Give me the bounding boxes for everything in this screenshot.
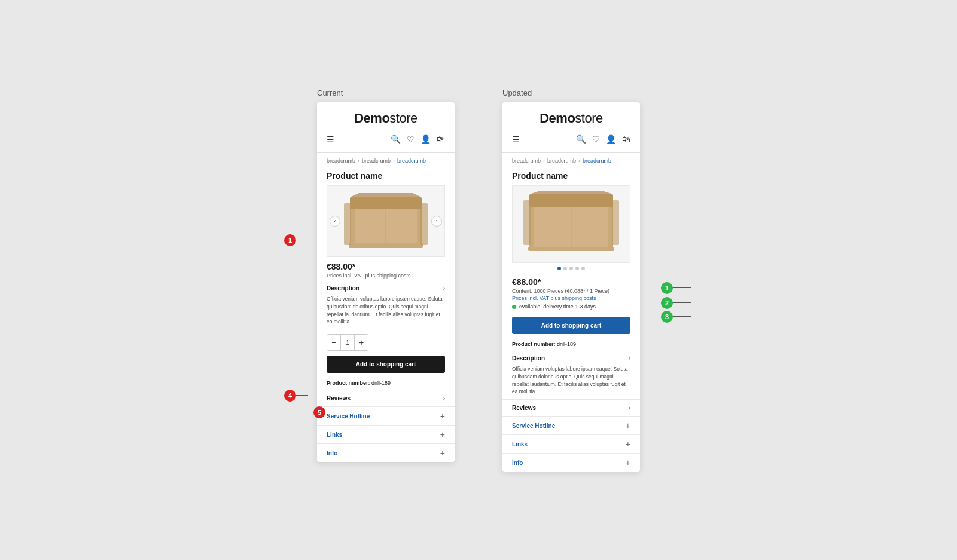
current-panel: Current Demostore ☰ 🔍 ♡ [317,88,455,462]
updated-shipping-link[interactable]: Prices incl. VAT plus shipping costs [512,295,630,301]
current-label: Current [317,88,343,97]
annotation-left-4: 4 [284,390,296,402]
svg-rect-4 [349,243,423,248]
updated-info-accordion[interactable]: Info + [502,453,640,472]
updated-availability: Available, delivery time 1-3 days [512,304,630,310]
updated-reviews-chevron-icon: › [629,405,630,411]
account-icon[interactable]: 👤 [420,134,431,144]
svg-rect-6 [420,203,428,245]
updated-phone-header: Demostore ☰ 🔍 ♡ 👤 🛍 [502,102,640,153]
updated-service-hotline-accordion[interactable]: Service Hotline + [502,416,640,434]
dot-5[interactable] [581,267,585,270]
updated-links-accordion[interactable]: Links + [502,434,640,453]
updated-product-title: Product name [502,169,640,185]
carousel-left-arrow[interactable]: ‹ [330,216,340,227]
desc-chevron-icon: › [443,285,445,292]
dot-4[interactable] [575,267,579,270]
updated-nav-bar: ☰ 🔍 ♡ 👤 🛍 [512,132,630,146]
updated-links-label: Links [512,441,528,448]
updated-breadcrumb: breadcrumb › breadcrumb › breadcrumb [502,153,640,169]
bc-item-2[interactable]: breadcrumb [362,158,391,164]
updated-add-to-cart-button[interactable]: Add to shopping cart [512,317,630,334]
current-desc-body: Officia veniam voluptas labore ipsam eaq… [327,295,445,326]
hamburger-icon[interactable]: ☰ [327,134,334,144]
updated-bc-item-2[interactable]: breadcrumb [547,158,576,164]
updated-desc-chevron-icon: › [629,355,630,362]
current-nav-bar: ☰ 🔍 ♡ 👤 🛍 [327,132,445,146]
current-links-accordion[interactable]: Links + [317,425,455,443]
current-product-image [332,188,440,254]
updated-service-hotline-plus-icon: + [626,421,630,430]
svg-rect-12 [528,247,614,251]
annotation-left-1: 1 [284,234,296,246]
updated-wishlist-icon[interactable]: ♡ [592,134,600,144]
search-icon[interactable]: 🔍 [391,134,401,144]
updated-links-plus-icon: + [626,440,630,448]
updated-desc-body: Officia veniam voluptas labore ipsam eaq… [512,365,630,396]
updated-content-info: Content: 1000 Pieces (€0.088* / 1 Piece) [512,288,630,294]
current-price: €88.00* [327,262,445,271]
qty-value: 1 [340,335,355,350]
updated-panel: Updated Demostore ☰ 🔍 ♡ 👤 [502,88,640,472]
bc-item-1[interactable]: breadcrumb [327,158,355,164]
current-breadcrumb: breadcrumb › breadcrumb › breadcrumb [317,153,455,169]
updated-product-image [514,188,628,260]
updated-phone-frame: Demostore ☰ 🔍 ♡ 👤 🛍 [502,102,640,472]
annotation-right-1: 1 [661,282,673,294]
current-price-section: €88.00* Prices incl. VAT plus shipping c… [317,257,455,281]
updated-info-plus-icon: + [626,458,630,467]
updated-hamburger-icon[interactable]: ☰ [512,134,520,144]
current-phone-wrapper: Demostore ☰ 🔍 ♡ 👤 🛍 [317,102,455,462]
updated-search-icon[interactable]: 🔍 [576,134,586,144]
svg-rect-1 [350,197,422,209]
svg-rect-14 [612,200,619,245]
qty-minus-button[interactable]: − [327,335,340,350]
updated-bc-item-3-active[interactable]: breadcrumb [583,158,611,164]
updated-product-number: Product number: drill-189 [502,339,640,351]
dot-2[interactable] [563,267,567,270]
current-links-label: Links [327,432,342,438]
updated-bc-item-1[interactable]: breadcrumb [512,158,541,164]
annotation-right-2: 2 [661,297,673,309]
current-service-hotline-label: Service Hotline [327,413,370,420]
dot-3[interactable] [569,267,573,270]
carousel-right-arrow[interactable]: › [431,216,442,227]
updated-reviews-section[interactable]: Reviews › [502,399,640,416]
current-service-hotline-accordion[interactable]: Service Hotline + [317,406,455,425]
current-links-plus-icon: + [440,430,445,439]
current-brand-logo: Demostore [327,111,445,126]
updated-service-hotline-label: Service Hotline [512,423,555,429]
updated-info-label: Info [512,460,523,466]
qty-plus-button[interactable]: + [355,335,368,350]
nav-icons-right: 🔍 ♡ 👤 🛍 [391,134,445,144]
wishlist-icon[interactable]: ♡ [407,134,415,144]
bc-item-3-active[interactable]: breadcrumb [397,158,426,164]
current-product-number: Product number: drill-189 [317,378,455,390]
availability-text: Available, delivery time 1-3 days [519,304,596,310]
current-add-to-cart-button[interactable]: Add to shopping cart [327,356,445,373]
current-reviews-section[interactable]: Reviews › [317,390,455,406]
updated-cart-icon[interactable]: 🛍 [622,134,630,144]
current-info-accordion[interactable]: Info + [317,443,455,462]
svg-marker-7 [350,193,422,197]
current-shipping: Prices incl. VAT plus shipping costs [327,273,445,279]
current-desc-title: Description [327,285,359,292]
current-desc-header[interactable]: Description › [327,285,445,292]
current-desc-section: Description › Officia veniam voluptas la… [317,281,455,329]
updated-nav-icons-right: 🔍 ♡ 👤 🛍 [576,134,630,144]
updated-desc-title: Description [512,355,545,362]
cart-icon[interactable]: 🛍 [437,134,445,144]
current-qty-stepper: − 1 + [327,334,368,351]
updated-label: Updated [502,88,532,97]
updated-phone-wrapper: Demostore ☰ 🔍 ♡ 👤 🛍 [502,102,640,472]
updated-product-image-area [512,185,630,263]
updated-desc-section: Description › Officia veniam voluptas la… [502,351,640,399]
updated-account-icon[interactable]: 👤 [606,134,616,144]
updated-desc-header[interactable]: Description › [512,355,630,362]
current-product-title: Product name [317,169,455,185]
current-service-hotline-plus-icon: + [440,412,445,420]
availability-dot [512,305,516,309]
current-info-label: Info [327,450,337,457]
dot-1[interactable] [557,267,561,270]
updated-price: €88.00* [512,277,630,287]
